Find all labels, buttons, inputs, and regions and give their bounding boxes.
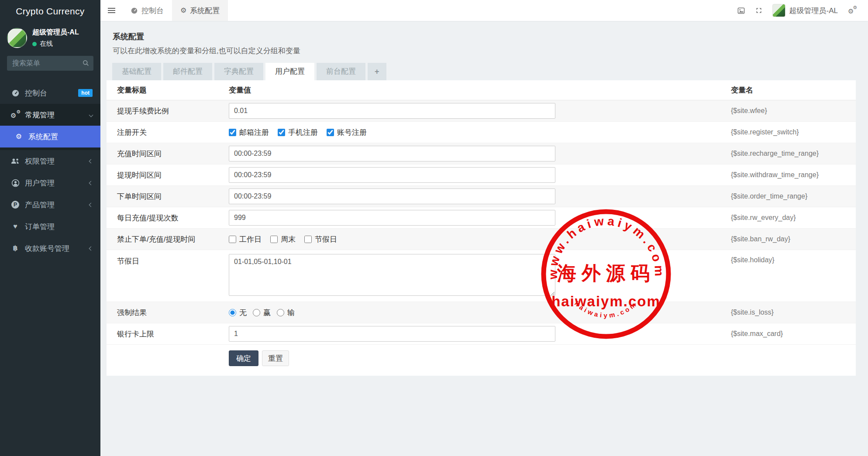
- table-row: 强制结果 无 赢 输 {$site.is_loss}: [107, 302, 856, 323]
- table-row: 充值时间区间 {$site.recharge_time_range}: [107, 143, 856, 165]
- force-result-group: 无 赢 输: [229, 308, 731, 318]
- checkbox-option[interactable]: 邮箱注册: [229, 127, 269, 137]
- checkbox-label: 周末: [281, 234, 296, 244]
- checkbox-option[interactable]: 节假日: [304, 234, 337, 244]
- sidebar-item-user-manage[interactable]: 用户管理: [0, 172, 100, 194]
- add-tab-button[interactable]: +: [368, 63, 386, 80]
- weekend-checkbox[interactable]: [270, 236, 278, 243]
- variable-name: {$site.order_time_range}: [731, 192, 856, 200]
- sidebar-item-product[interactable]: P 产品管理: [0, 194, 100, 216]
- field-label: 银行卡上限: [107, 329, 229, 339]
- result-win-radio[interactable]: [253, 309, 260, 316]
- sidebar-item-label: 常规管理: [25, 110, 55, 120]
- holiday-textarea[interactable]: 01-01,05-01,10-01: [229, 254, 555, 296]
- checkbox-option[interactable]: 账号注册: [327, 127, 367, 137]
- checkbox-label: 手机注册: [288, 127, 318, 137]
- checkbox-option[interactable]: 周末: [270, 234, 296, 244]
- column-header: 变量名: [731, 85, 856, 95]
- app-root: Crypto Currency 超级管理员-AL 在线: [0, 0, 868, 456]
- sidebar-item-permission[interactable]: 权限管理: [0, 150, 100, 172]
- gears-icon: ⚙⚙: [10, 111, 20, 119]
- users-icon: [10, 158, 20, 165]
- search-input[interactable]: [7, 56, 93, 71]
- main-area: 控制台 ⚙ 系统配置 超级管理员-AL ⚙⚙: [100, 0, 868, 456]
- account-register-checkbox[interactable]: [327, 129, 334, 136]
- table-row: 提现手续费比例 {$site.wfee}: [107, 100, 856, 122]
- tab-user-config[interactable]: 用户配置: [265, 63, 314, 80]
- dashboard-icon: [10, 89, 20, 97]
- sidebar-item-label: 用户管理: [25, 178, 55, 188]
- checkbox-option[interactable]: 手机注册: [278, 127, 318, 137]
- topbar-tab-dashboard[interactable]: 控制台: [122, 0, 172, 21]
- sidebar-item-order[interactable]: ♥ 订单管理: [0, 216, 100, 237]
- sidebar-item-general-manage[interactable]: ⚙⚙ 常规管理: [0, 104, 100, 126]
- config-tabs: 基础配置 邮件配置 字典配置 用户配置 前台配置 +: [112, 63, 868, 80]
- sidebar-item-payment-account[interactable]: ฿ 收款账号管理: [0, 237, 100, 259]
- chevron-left-icon: [89, 159, 93, 163]
- checkbox-label: 邮箱注册: [239, 127, 269, 137]
- field-label: 充值时间区间: [107, 149, 229, 159]
- sidebar-item-label: 控制台: [25, 88, 47, 98]
- topbar-user[interactable]: 超级管理员-AL: [772, 4, 838, 17]
- config-table: 变量标题 变量值 变量名 提现手续费比例 {$site.wfee} 注册开关 邮…: [107, 80, 856, 376]
- checkbox-option[interactable]: 工作日: [229, 234, 262, 244]
- radio-option[interactable]: 赢: [253, 308, 271, 318]
- content: 系统配置 可以在此增改系统的变量和分组,也可以自定义分组和变量 基础配置 邮件配…: [100, 21, 868, 456]
- sidebar: Crypto Currency 超级管理员-AL 在线: [0, 0, 100, 456]
- result-none-radio[interactable]: [229, 309, 236, 316]
- radio-option[interactable]: 输: [277, 308, 295, 318]
- topbar-tab-label: 系统配置: [190, 6, 220, 16]
- column-header: 变量值: [229, 85, 731, 95]
- radio-option[interactable]: 无: [229, 308, 247, 318]
- ban-day-group: 工作日 周末 节假日: [229, 234, 731, 244]
- recharge-time-input[interactable]: [229, 146, 555, 161]
- max-card-input[interactable]: [229, 326, 555, 342]
- topbar-tab-system-config[interactable]: ⚙ 系统配置: [172, 0, 228, 21]
- holiday-checkbox[interactable]: [304, 236, 312, 243]
- reset-button[interactable]: 重置: [262, 350, 289, 366]
- submit-button[interactable]: 确定: [229, 350, 258, 366]
- chevron-left-icon: [89, 181, 93, 185]
- gear-icon: ⚙: [14, 133, 24, 140]
- gears-icon[interactable]: ⚙⚙: [848, 7, 857, 14]
- column-header: 变量标题: [107, 85, 229, 95]
- variable-name: {$site.recharge_time_range}: [731, 150, 856, 158]
- dashboard-icon: [131, 7, 138, 14]
- field-label: 每日充值/提现次数: [107, 213, 229, 223]
- workday-checkbox[interactable]: [229, 236, 236, 243]
- email-register-checkbox[interactable]: [229, 129, 236, 136]
- sidebar-item-system-config[interactable]: ⚙ 系统配置: [0, 126, 100, 147]
- radio-label: 赢: [263, 308, 271, 318]
- fullscreen-icon[interactable]: [755, 7, 762, 14]
- tab-basic-config[interactable]: 基础配置: [112, 63, 161, 80]
- hamburger-icon[interactable]: [100, 0, 122, 21]
- order-time-input[interactable]: [229, 189, 555, 204]
- topbar-right: 超级管理员-AL ⚙⚙: [737, 4, 868, 17]
- field-label: 禁止下单/充值/提现时间: [107, 234, 229, 244]
- variable-name: {$site.register_switch}: [731, 128, 856, 136]
- avatar[interactable]: [7, 28, 27, 48]
- field-label: 强制结果: [107, 308, 229, 318]
- chevron-left-icon: [89, 246, 93, 250]
- withdraw-time-input[interactable]: [229, 167, 555, 183]
- mobile-register-checkbox[interactable]: [278, 129, 285, 136]
- checkbox-label: 账号注册: [337, 127, 367, 137]
- daily-limit-input[interactable]: [229, 210, 555, 226]
- wfee-input[interactable]: [229, 103, 555, 119]
- user-panel: 超级管理员-AL 在线: [0, 23, 100, 52]
- sidebar-item-label: 订单管理: [25, 222, 55, 232]
- tab-mail-config[interactable]: 邮件配置: [163, 63, 212, 80]
- variable-name: {$site.is_loss}: [731, 309, 856, 316]
- sidebar-item-dashboard[interactable]: 控制台 hot: [0, 82, 100, 104]
- chevron-down-icon: [89, 113, 93, 117]
- variable-name: {$site.max_card}: [731, 330, 856, 338]
- user-status: 在线: [32, 40, 79, 48]
- result-lose-radio[interactable]: [277, 309, 284, 316]
- table-row: 每日充值/提现次数 {$site.rw_every_day}: [107, 207, 856, 229]
- variable-name: {$site.ban_rw_day}: [731, 235, 856, 243]
- sidebar-item-label: 系统配置: [28, 132, 58, 142]
- image-icon[interactable]: [737, 7, 745, 15]
- tab-dictionary-config[interactable]: 字典配置: [214, 63, 263, 80]
- tab-frontend-config[interactable]: 前台配置: [317, 63, 365, 80]
- heartbeat-icon: ♥: [10, 223, 20, 230]
